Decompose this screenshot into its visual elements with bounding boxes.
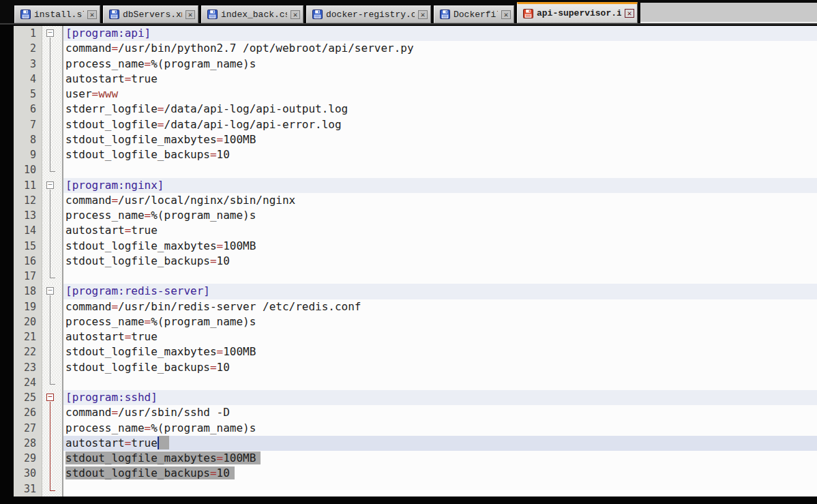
code-text[interactable]: stdout_logfile_backups=10	[63, 360, 817, 375]
code-token: =	[210, 466, 217, 479]
code-token: process_name	[65, 57, 145, 70]
code-token: 100MB	[223, 451, 256, 464]
code-line: 17	[14, 269, 817, 284]
code-token: =	[125, 224, 132, 237]
code-line: 24	[14, 375, 817, 390]
code-text[interactable]: process_name=%(program_name)s	[63, 208, 817, 223]
tab-close-icon[interactable]: ✕	[291, 10, 300, 19]
fold-toggle-icon[interactable]: −	[46, 287, 54, 295]
code-token: =	[125, 330, 132, 343]
fold-margin: −	[42, 26, 63, 41]
tab-Dockerfile[interactable]: Dockerfile✕	[434, 5, 514, 23]
code-text[interactable]: stdout_logfile_maxbytes=100MB	[63, 451, 817, 466]
fold-margin	[42, 102, 63, 117]
code-text[interactable]	[63, 375, 817, 390]
code-token: %(program_name)s	[151, 57, 256, 70]
code-line: 31	[14, 481, 817, 496]
code-text[interactable]	[63, 269, 817, 284]
code-line: 23stdout_logfile_backups=10	[14, 360, 817, 375]
fold-margin	[42, 57, 63, 72]
code-text[interactable]: process_name=%(program_name)s	[63, 421, 817, 436]
fold-margin	[42, 481, 63, 496]
fold-toggle-icon[interactable]: −	[46, 181, 54, 189]
code-text[interactable]: command=/usr/bin/redis-server /etc/redis…	[63, 299, 817, 314]
code-line: 2command=/usr/bin/python2.7 /opt/webroot…	[14, 41, 817, 56]
selected-newline	[159, 436, 169, 449]
code-token: =	[145, 209, 151, 222]
code-token: command	[65, 406, 111, 419]
tab-bar: install.sls✕dbServers.xml✕index_back.css…	[0, 0, 817, 25]
fold-margin	[42, 360, 63, 375]
code-token: =	[210, 148, 217, 161]
code-token: =	[158, 118, 164, 131]
tab-close-icon[interactable]: ✕	[625, 9, 634, 18]
tab-api-supervisor.ini[interactable]: api-supervisor.ini✕	[517, 2, 638, 23]
code-text[interactable]: autostart=true	[63, 329, 817, 344]
code-text[interactable]: stdout_logfile_maxbytes=100MB	[63, 344, 817, 359]
code-text[interactable]: [program:redis-server]	[63, 284, 817, 299]
code-text[interactable]: command=/usr/bin/python2.7 /opt/webroot/…	[63, 41, 817, 56]
code-text[interactable]: stdout_logfile=/data/api-log/api-error.l…	[63, 117, 817, 132]
code-text[interactable]: autostart=true	[63, 72, 817, 87]
line-number: 5	[14, 87, 42, 102]
tab-close-icon[interactable]: ✕	[87, 10, 97, 19]
code-line: 12command=/usr/local/nginx/sbin/nginx	[14, 193, 817, 208]
tab-dbServers.xml[interactable]: dbServers.xml✕	[103, 5, 198, 23]
line-number: 6	[14, 102, 42, 117]
code-text[interactable]: process_name=%(program_name)s	[63, 57, 817, 72]
code-token: user	[65, 87, 92, 100]
code-text[interactable]: command=/usr/local/nginx/sbin/nginx	[63, 193, 817, 208]
code-line: 14autostart=true	[14, 223, 817, 238]
floppy-disk-icon	[109, 10, 119, 19]
line-number: 12	[14, 193, 42, 208]
code-token: 10	[217, 361, 230, 374]
code-token: command	[65, 300, 111, 313]
code-token: true	[131, 436, 158, 449]
fold-margin	[42, 269, 63, 284]
code-text[interactable]: autostart=true	[63, 436, 817, 451]
code-text[interactable]: stdout_logfile_maxbytes=100MB	[63, 239, 817, 254]
code-text[interactable]: process_name=%(program_name)s	[63, 314, 817, 329]
fold-margin: −	[42, 178, 63, 193]
code-text[interactable]: stdout_logfile_backups=10	[63, 147, 817, 162]
tab-install.sls[interactable]: install.sls✕	[14, 5, 100, 23]
code-line: 13process_name=%(program_name)s	[14, 208, 817, 223]
fold-margin	[42, 329, 63, 344]
fold-margin	[42, 239, 63, 254]
code-token: process_name	[65, 315, 145, 328]
code-text[interactable]: [program:api]	[63, 26, 817, 41]
code-text[interactable]: stdout_logfile_backups=10	[63, 466, 817, 481]
code-text[interactable]: [program:nginx]	[63, 178, 817, 193]
code-text[interactable]	[63, 481, 817, 496]
line-number: 13	[14, 208, 42, 223]
code-text[interactable]: stderr_logfile=/data/api-log/api-output.…	[63, 102, 817, 117]
code-editor[interactable]: 1−[program:api]2command=/usr/bin/python2…	[14, 26, 817, 496]
code-text[interactable]: stdout_logfile_maxbytes=100MB	[63, 132, 817, 147]
code-token: =	[217, 133, 224, 146]
code-token: 100MB	[223, 239, 256, 252]
code-text[interactable]: [program:sshd]	[63, 390, 817, 405]
line-number: 1	[14, 26, 42, 41]
tab-index_back.css[interactable]: index_back.css✕	[201, 5, 303, 23]
fold-toggle-icon[interactable]: −	[46, 29, 54, 37]
tab-close-icon[interactable]: ✕	[185, 10, 195, 19]
tab-docker-registry.conf[interactable]: docker-registry.conf✕	[306, 5, 431, 23]
line-number: 8	[14, 132, 42, 147]
fold-toggle-icon[interactable]: −	[46, 394, 54, 401]
line-number: 2	[14, 41, 42, 56]
tab-close-icon[interactable]: ✕	[418, 10, 428, 19]
code-token: %(program_name)s	[151, 209, 256, 222]
line-number: 9	[14, 147, 42, 162]
floppy-disk-icon	[207, 10, 218, 19]
fold-margin	[42, 405, 63, 420]
tab-close-icon[interactable]: ✕	[501, 10, 511, 19]
fold-margin: −	[42, 284, 63, 299]
code-text[interactable]: command=/usr/sbin/sshd -D	[63, 405, 817, 420]
code-text[interactable]: user=www	[63, 87, 817, 102]
code-text[interactable]	[63, 162, 817, 177]
code-text[interactable]: autostart=true	[63, 223, 817, 238]
code-line: 15stdout_logfile_maxbytes=100MB	[14, 239, 817, 254]
code-token: /usr/bin/python2.7 /opt/webroot/api/serv…	[118, 42, 413, 55]
code-text[interactable]: stdout_logfile_backups=10	[63, 254, 817, 269]
code-token: =	[145, 57, 151, 70]
